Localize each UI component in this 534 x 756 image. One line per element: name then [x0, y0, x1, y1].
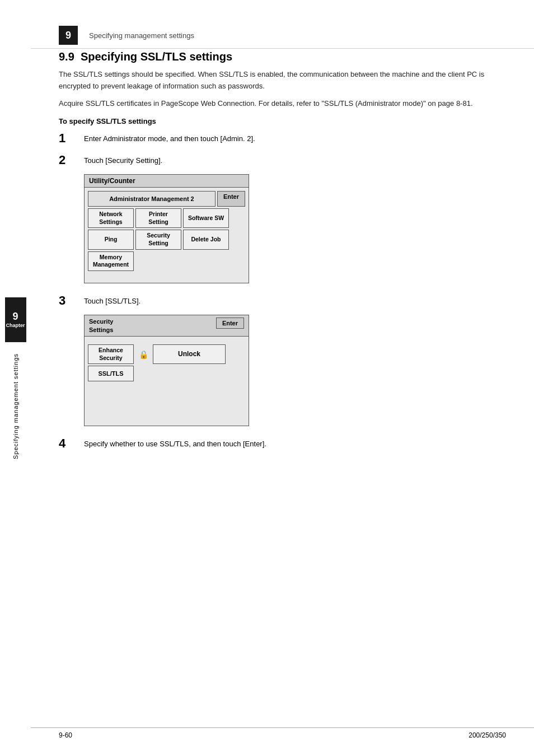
network-settings-label: NetworkSettings [99, 211, 122, 226]
ping-btn[interactable]: Ping [88, 230, 134, 249]
step-1-num: 1 [59, 131, 84, 146]
sidebar-chapter-box: 9 Chapter [5, 297, 26, 342]
section-heading: 9.9 Specifying SSL/TLS settings The SSL/… [59, 50, 506, 109]
sidebar-ch-num: 9 [12, 311, 18, 323]
panel1-spacer [88, 273, 245, 279]
panel1-row3: Ping SecuritySetting Delete Job [88, 230, 245, 249]
ssl-tls-btn[interactable]: SSL/TLS [88, 366, 134, 381]
step-3-num: 3 [59, 293, 84, 308]
panel1-row4: MemoryManagement [88, 251, 245, 271]
admin-management-btn[interactable]: Administrator Management 2 [88, 191, 216, 207]
sidebar: 9 Chapter Specifying management settings [0, 0, 31, 756]
software-sw-label: Software SW [188, 214, 224, 222]
security-setting-label: SecuritySetting [147, 232, 170, 247]
panel2-spacer-bottom [88, 383, 245, 422]
page-footer: 9-60 200/250/350 [31, 727, 534, 739]
section-para1: The SSL/TLS settings should be specified… [59, 69, 506, 92]
panel1-body: Administrator Management 2 Enter Network… [85, 188, 249, 283]
security-settings-panel: Security Settings Enter EnhanceSecurity … [84, 315, 249, 426]
sidebar-label: 9 Chapter Specifying management settings [5, 297, 26, 459]
step-1: 1 Enter Administrator mode, and then tou… [59, 131, 506, 146]
memory-management-label: MemoryManagement [93, 254, 129, 269]
step-2-num: 2 [59, 153, 84, 167]
panel2-title-bar: Security Settings Enter [85, 315, 249, 337]
enhance-security-label: EnhanceSecurity [99, 347, 123, 362]
panel1-title-bar: Utility/Counter [85, 175, 249, 188]
panel2-enter-btn[interactable]: Enter [216, 318, 244, 329]
panel1-enter-btn[interactable]: Enter [217, 191, 245, 207]
printer-setting-btn[interactable]: PrinterSetting [135, 208, 181, 228]
sidebar-ch-label: Chapter [6, 323, 25, 328]
panel1-admin-row: Administrator Management 2 Enter [88, 191, 245, 207]
unlock-btn[interactable]: Unlock [153, 344, 226, 364]
network-settings-btn[interactable]: NetworkSettings [88, 208, 134, 228]
footer-page-left: 9-60 [59, 731, 72, 739]
footer-page-right: 200/250/350 [469, 731, 506, 739]
step-2-text: Touch [Security Setting]. [84, 153, 162, 167]
sub-heading: To specify SSL/TLS settings [59, 117, 506, 125]
enhance-security-btn[interactable]: EnhanceSecurity [88, 344, 134, 364]
printer-setting-label: PrinterSetting [148, 211, 168, 226]
panel1-row2: NetworkSettings PrinterSetting Software … [88, 208, 245, 228]
lock-icon: 🔒 [135, 344, 151, 364]
section-title: 9.9 Specifying SSL/TLS settings [59, 50, 506, 63]
memory-management-btn[interactable]: MemoryManagement [88, 251, 134, 271]
section-title-text: Specifying SSL/TLS settings [81, 50, 232, 63]
utility-counter-panel: Utility/Counter Administrator Management… [84, 174, 249, 283]
step-3: 3 Touch [SSL/TLS]. [59, 293, 506, 308]
software-sw-btn[interactable]: Software SW [183, 208, 229, 228]
panel2-row1: EnhanceSecurity 🔒 Unlock [88, 344, 245, 364]
section-number: 9.9 [59, 50, 74, 63]
main-content: 9.9 Specifying SSL/TLS settings The SSL/… [31, 0, 534, 756]
panel2-title: Security Settings [89, 318, 113, 334]
panel2-body: EnhanceSecurity 🔒 Unlock SSL/TLS [85, 337, 249, 426]
panel2-spacer-top [88, 340, 245, 344]
security-setting-btn[interactable]: SecuritySetting [135, 230, 181, 249]
step-4-num: 4 [59, 436, 84, 451]
panel1-title: Utility/Counter [89, 177, 135, 185]
delete-job-btn[interactable]: Delete Job [183, 230, 229, 249]
panel2-row2: SSL/TLS [88, 366, 245, 381]
step-1-text: Enter Administrator mode, and then touch… [84, 131, 255, 145]
step-4-text: Specify whether to use SSL/TLS, and then… [84, 436, 266, 450]
step-2: 2 Touch [Security Setting]. [59, 153, 506, 167]
section-para2: Acquire SSL/TLS certificates in PageScop… [59, 98, 506, 110]
sidebar-vertical-text: Specifying management settings [12, 353, 19, 459]
step-3-text: Touch [SSL/TLS]. [84, 293, 140, 307]
step-4: 4 Specify whether to use SSL/TLS, and th… [59, 436, 506, 451]
